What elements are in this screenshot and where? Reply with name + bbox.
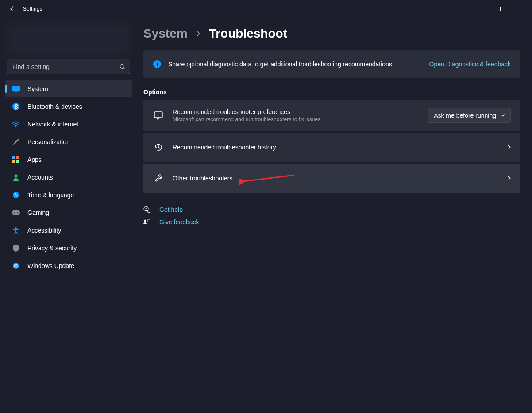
nav-label: Network & internet (27, 121, 78, 128)
svg-rect-18 (154, 112, 162, 118)
chevron-down-icon (501, 114, 505, 117)
svg-rect-23 (147, 220, 150, 222)
card-other-troubleshooters[interactable]: Other troubleshooters (143, 164, 520, 193)
svg-point-16 (15, 227, 17, 229)
banner-text: Share optional diagnostic data to get ad… (168, 61, 394, 68)
info-banner: i Share optional diagnostic data to get … (143, 50, 520, 78)
minimize-icon (475, 7, 480, 11)
nav-label: Time & language (27, 191, 74, 199)
nav-label: Personalization (27, 138, 70, 145)
link-label: Give feedback (159, 218, 199, 226)
nav-item-apps[interactable]: Apps (5, 151, 132, 168)
person-icon (12, 173, 20, 182)
nav-label: Apps (27, 156, 42, 163)
svg-rect-7 (12, 156, 15, 159)
nav-item-time[interactable]: Time & language (5, 187, 132, 203)
svg-rect-10 (16, 160, 19, 163)
search-input[interactable] (7, 59, 130, 74)
close-icon (516, 7, 521, 11)
close-button[interactable] (508, 0, 528, 18)
gaming-icon (12, 208, 20, 217)
get-help-link[interactable]: ? Get help (143, 206, 520, 213)
nav-item-system[interactable]: System (5, 80, 132, 97)
feedback-icon (143, 219, 151, 225)
nav-list: System Bluetooth & devices Network & int… (5, 80, 132, 274)
help-links: ? Get help Give feedback (143, 206, 520, 226)
nav-item-update[interactable]: Windows Update (5, 257, 132, 274)
nav-label: Accessibility (27, 227, 61, 234)
accessibility-icon (12, 226, 20, 235)
window-controls (467, 0, 528, 18)
breadcrumb-parent[interactable]: System (143, 27, 188, 41)
prefs-dropdown[interactable]: Ask me before running (428, 108, 511, 123)
maximize-icon (496, 7, 501, 11)
clock-icon (12, 191, 20, 199)
bluetooth-icon (12, 102, 20, 111)
chevron-right-icon (507, 176, 511, 181)
nav-label: Windows Update (27, 262, 74, 269)
search-icon (120, 64, 126, 70)
link-label: Get help (159, 206, 183, 213)
card-title: Other troubleshooters (173, 175, 507, 182)
info-icon: i (153, 60, 161, 68)
wrench-icon (153, 174, 164, 183)
nav-item-accessibility[interactable]: Accessibility (5, 222, 132, 239)
arrow-left-icon (9, 5, 16, 12)
nav-label: Bluetooth & devices (27, 103, 82, 110)
nav-item-personalization[interactable]: Personalization (5, 134, 132, 150)
nav-label: Gaming (27, 209, 49, 216)
nav-item-accounts[interactable]: Accounts (5, 169, 132, 186)
maximize-button[interactable] (488, 0, 508, 18)
system-icon (12, 84, 20, 93)
svg-rect-13 (12, 210, 20, 215)
svg-point-11 (15, 175, 18, 178)
svg-point-1 (120, 65, 124, 69)
search-container (7, 59, 130, 74)
nav-label: System (27, 85, 48, 92)
help-icon: ? (143, 206, 151, 213)
svg-point-14 (14, 212, 15, 214)
svg-point-17 (13, 263, 19, 269)
chevron-right-icon (507, 145, 511, 150)
minimize-button[interactable] (467, 0, 488, 18)
svg-rect-9 (12, 160, 15, 163)
svg-text:?: ? (145, 207, 147, 211)
apps-icon (12, 155, 20, 164)
breadcrumb-current: Troubleshoot (209, 27, 287, 41)
account-area[interactable] (7, 24, 130, 55)
update-icon (12, 261, 20, 270)
app-title: Settings (23, 6, 42, 12)
svg-point-21 (147, 210, 150, 213)
nav-item-privacy[interactable]: Privacy & security (5, 240, 132, 256)
sidebar: System Bluetooth & devices Network & int… (0, 18, 137, 413)
shield-icon (12, 244, 20, 252)
svg-point-15 (17, 212, 19, 214)
section-title: Options (143, 88, 520, 96)
breadcrumb: System Troubleshoot (143, 27, 520, 41)
nav-item-bluetooth[interactable]: Bluetooth & devices (5, 98, 132, 115)
brush-icon (12, 138, 20, 146)
wifi-icon (12, 120, 20, 129)
svg-rect-0 (496, 7, 500, 11)
back-button[interactable] (4, 0, 21, 18)
nav-item-gaming[interactable]: Gaming (5, 204, 132, 221)
nav-item-network[interactable]: Network & internet (5, 116, 132, 133)
main-content: System Troubleshoot i Share optional dia… (137, 18, 532, 413)
diagnostics-link[interactable]: Open Diagnostics & feedback (429, 61, 511, 68)
nav-label: Accounts (27, 174, 53, 181)
card-troubleshooter-history[interactable]: Recommended troubleshooter history (143, 133, 520, 162)
dropdown-value: Ask me before running (434, 112, 496, 119)
card-title: Recommended troubleshooter preferences (173, 108, 428, 115)
svg-point-6 (15, 126, 16, 127)
svg-rect-4 (14, 91, 18, 92)
give-feedback-link[interactable]: Give feedback (143, 218, 520, 226)
svg-rect-8 (16, 156, 19, 159)
nav-label: Privacy & security (27, 245, 77, 252)
svg-rect-2 (12, 86, 20, 91)
card-troubleshooter-prefs[interactable]: Recommended troubleshooter preferences M… (143, 100, 520, 131)
chevron-right-icon (196, 30, 201, 37)
history-icon (153, 143, 164, 152)
svg-point-22 (144, 220, 146, 222)
chat-icon (153, 111, 164, 120)
card-title: Recommended troubleshooter history (173, 144, 507, 151)
